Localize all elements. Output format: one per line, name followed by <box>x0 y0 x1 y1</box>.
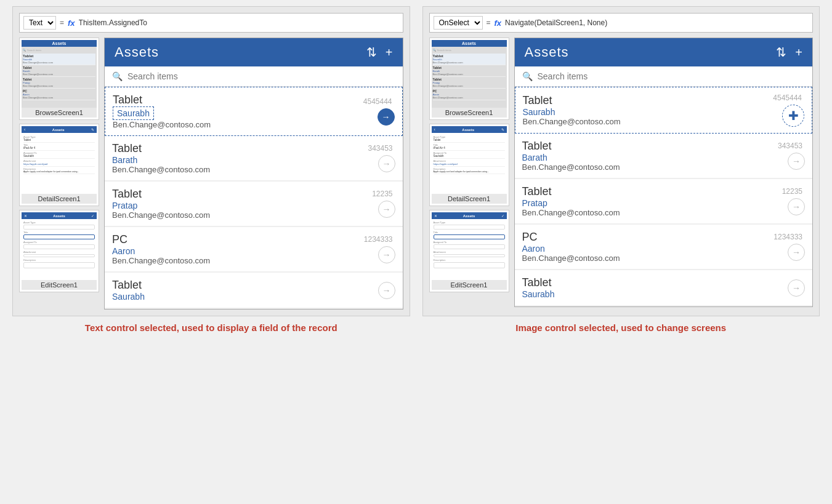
arrow-icon[interactable]: → <box>378 282 395 299</box>
list-item-title: PC <box>522 231 774 244</box>
list-item-content: TabletSaurabhBen.Change@contoso.com <box>113 94 363 129</box>
search-icon: 🔍 <box>112 71 123 81</box>
caption-left: Text control selected, used to display a… <box>12 316 410 334</box>
screen-label: DetailScreen1 <box>432 194 507 204</box>
screen-thumb-detailscreen1[interactable]: ‹ Assets ✎ Asset TypeTablet TitleiPad Ai… <box>19 124 99 206</box>
list-item-email: Ben.Change@contoso.com <box>523 117 773 126</box>
screen-thumb-detailscreen1[interactable]: ‹ Assets ✎ Asset TypeTablet TitleiPad Ai… <box>429 124 509 206</box>
formula-input[interactable] <box>79 18 399 27</box>
list-item-sub: Barath <box>522 153 778 162</box>
screen-label: DetailScreen1 <box>22 194 97 204</box>
screens-sidebar: Assets 🔍 Search items Tablet Saurabh Ben… <box>19 38 99 310</box>
arrow-icon[interactable]: → <box>378 246 395 263</box>
arrow-icon[interactable]: → <box>378 201 395 218</box>
item-right-section: 1234333→ <box>773 233 805 261</box>
item-right-section: 4545444→ <box>363 97 395 126</box>
screen-label: EditScreen1 <box>22 280 97 290</box>
property-select[interactable]: Text <box>23 16 56 30</box>
list-item-sub: Aaron <box>112 246 364 256</box>
item-right-section: 4545444✚ <box>773 94 804 127</box>
property-select[interactable]: OnSelect <box>434 16 483 30</box>
arrow-icon[interactable]: → <box>788 153 805 170</box>
item-right-section: → <box>788 279 805 297</box>
item-right-section: 343453→ <box>368 144 395 172</box>
list-item-email: Ben.Change@contoso.com <box>112 165 368 174</box>
formula-bar: Text = fx <box>19 13 403 33</box>
list-item-content: TabletBarathBen.Change@contoso.com <box>522 140 778 172</box>
screen-thumb-browsescreen1[interactable]: Assets 🔍 Search items Tablet Saurabh Ben… <box>19 38 99 120</box>
formula-input[interactable] <box>505 18 809 27</box>
list-item[interactable]: TabletBarathBen.Change@contoso.com343453… <box>105 136 403 181</box>
screen-thumb-browsescreen1[interactable]: Assets 🔍 Search items Tablet Saurabh Ben… <box>429 38 509 120</box>
list-item[interactable]: TabletSaurabh→ <box>515 270 813 306</box>
list-item-content: PCAaronBen.Change@contoso.com <box>522 231 774 263</box>
arrow-icon[interactable]: → <box>378 108 395 126</box>
item-right-section: 343453→ <box>778 142 805 170</box>
list-item-num: 343453 <box>368 144 395 153</box>
sort-icon[interactable]: ⇅ <box>366 45 377 60</box>
search-input[interactable] <box>538 71 806 81</box>
screens-sidebar: Assets 🔍 Search items Tablet Saurabh Ben… <box>429 38 509 307</box>
list-item-title: Tablet <box>112 279 378 292</box>
list-item-title: Tablet <box>112 142 368 155</box>
arrow-icon[interactable]: → <box>788 244 805 261</box>
app-header: Assets ⇅ + <box>105 38 403 66</box>
arrow-icon[interactable]: → <box>788 198 805 215</box>
item-right-section: 1234333→ <box>364 235 395 263</box>
list-item-sub: Saurabh <box>113 106 154 120</box>
list-item-content: TabletSaurabh <box>112 279 378 302</box>
screen-label: EditScreen1 <box>432 280 507 290</box>
app-header: Assets ⇅ + <box>515 38 813 66</box>
list-item[interactable]: TabletBarathBen.Change@contoso.com343453… <box>515 134 813 178</box>
app-title: Assets <box>525 44 569 60</box>
fx-label: fx <box>68 18 75 28</box>
list-item[interactable]: TabletPratapBen.Change@contoso.com12235→ <box>105 182 403 226</box>
panel-content: Assets 🔍 Search items Tablet Saurabh Ben… <box>19 38 403 310</box>
crosshair-icon[interactable]: ✚ <box>782 105 804 127</box>
panel-left: Text = fx Assets 🔍 Search items Tablet S… <box>12 6 410 316</box>
list-item-num: 343453 <box>778 142 805 150</box>
list-separator <box>515 306 813 306</box>
list-item-num: 1234333 <box>364 235 395 244</box>
search-input[interactable] <box>127 71 395 81</box>
list-item-title: Tablet <box>522 276 788 289</box>
list-item-sub: Pratap <box>112 201 372 210</box>
add-icon[interactable]: + <box>386 46 393 60</box>
list-item[interactable]: TabletSaurabhBen.Change@contoso.com45454… <box>105 87 403 136</box>
list-item-sub: Barath <box>112 155 368 165</box>
screen-thumb-editscreen1[interactable]: ✕ Assets ✓ Asset Type Title Assigned To … <box>19 210 99 292</box>
app-preview: Assets ⇅ + 🔍 TabletSaurabhBen.Change@con… <box>514 38 814 307</box>
list-item-title: PC <box>112 233 364 246</box>
item-right-section: 12235→ <box>372 190 395 218</box>
list-item-title: Tablet <box>522 140 778 153</box>
list-item-content: PCAaronBen.Change@contoso.com <box>112 233 364 265</box>
list-item-title: Tablet <box>112 188 372 201</box>
list-item-email: Ben.Change@contoso.com <box>522 208 782 217</box>
list-item[interactable]: TabletPratapBen.Change@contoso.com12235→ <box>515 179 813 224</box>
sort-icon[interactable]: ⇅ <box>776 45 786 60</box>
list-item-content: TabletPratapBen.Change@contoso.com <box>522 185 782 217</box>
caption-right: Image control selected, used to change s… <box>422 316 820 334</box>
screen-label: BrowseScreen1 <box>432 108 507 118</box>
list-item-content: TabletBarathBen.Change@contoso.com <box>112 142 368 174</box>
list-separator <box>105 308 403 309</box>
list-item-title: Tablet <box>522 185 782 198</box>
app-title: Assets <box>115 44 159 60</box>
add-icon[interactable]: + <box>795 46 802 60</box>
list-item[interactable]: PCAaronBen.Change@contoso.com1234333→ <box>105 227 403 272</box>
screen-thumb-editscreen1[interactable]: ✕ Assets ✓ Asset Type Title Assigned To … <box>429 210 509 292</box>
arrow-icon[interactable]: → <box>788 279 805 297</box>
arrow-icon[interactable]: → <box>378 155 395 172</box>
item-right-section: → <box>378 282 395 299</box>
app-preview: Assets ⇅ + 🔍 TabletSaurabhBen.Change@con… <box>104 38 403 310</box>
list-item[interactable]: TabletSaurabh→ <box>105 273 403 308</box>
list-item-email: Ben.Change@contoso.com <box>522 254 774 263</box>
list-item-sub: Saurabh <box>522 289 788 299</box>
list-item-email: Ben.Change@contoso.com <box>522 162 778 172</box>
list-item-num: 12235 <box>372 190 395 198</box>
fx-label: fx <box>495 18 502 28</box>
list-item[interactable]: PCAaronBen.Change@contoso.com1234333→ <box>515 225 813 270</box>
list-item-num: 4545444 <box>773 94 804 102</box>
list-item[interactable]: TabletSaurabhBen.Change@contoso.com45454… <box>515 87 813 134</box>
list-item-email: Ben.Change@contoso.com <box>112 256 364 265</box>
